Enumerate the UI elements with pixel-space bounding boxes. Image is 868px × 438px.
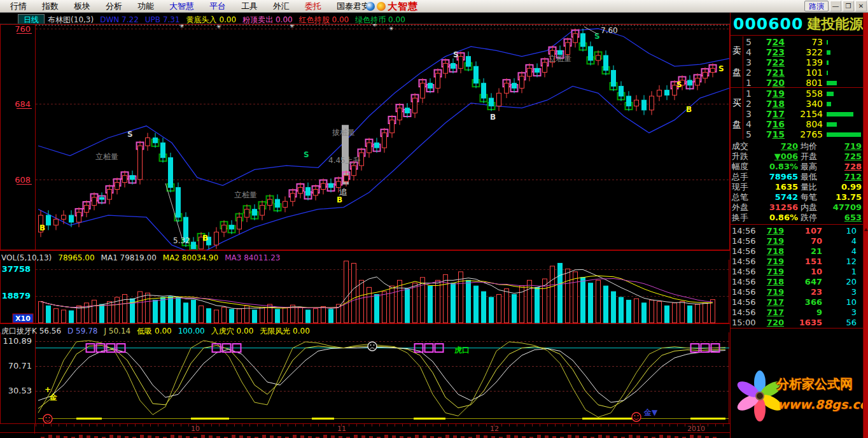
book-price[interactable]: 716 [754,119,785,129]
book-volume-bar [827,60,829,65]
book-side-label: 买 [732,97,741,109]
book-price[interactable]: 717 [754,109,785,119]
period-selector[interactable]: 日线 [18,14,45,24]
minimize-button[interactable]: — [830,1,841,11]
book-price[interactable]: 723 [754,47,785,57]
menu-item-7[interactable]: 工具 [234,1,265,12]
menu-item-1[interactable]: 指数 [34,1,66,12]
menu-item-4[interactable]: 功能 [130,1,162,12]
info-value: 1635 [750,182,798,192]
ask-row[interactable]: 4723322 [744,47,864,57]
menu-item-3[interactable]: 分析 [98,1,130,12]
axis-tick-marks [36,424,730,427]
tick-volume: 23 [787,287,822,297]
menu-item-2[interactable]: 板块 [66,1,98,12]
book-price[interactable]: 720 [754,78,785,88]
tick-volume: 107 [787,226,822,236]
info-label: 总笔 [732,192,748,202]
menu-item-8[interactable]: 外汇 [265,1,297,12]
scrollbar-right[interactable] [863,13,868,438]
vol-axis-labels: 3775818879X10 [2,264,33,323]
info-row: 总笔5742每笔13.75 [731,192,864,202]
info-value: 720 [750,141,798,152]
volume-chart[interactable]: 3775818879X10 [0,260,730,323]
buy-sell-markers: SBBSBSBSSBS [39,32,724,243]
tick-row[interactable]: 14:56718214 [731,246,864,257]
book-level: 5 [746,37,753,47]
book-price[interactable]: 721 [754,67,785,78]
bid-row[interactable]: 1719558 [744,88,864,99]
tick-row[interactable]: 14:56719704 [731,236,864,246]
svg-text:S: S [676,80,682,89]
book-price[interactable]: 718 [754,99,785,109]
ask-row[interactable]: 2721101 [744,67,864,78]
close-button[interactable]: ✕ [855,1,867,11]
info-label: 成交 [732,141,748,152]
book-price[interactable]: 722 [754,57,785,67]
tick-row[interactable]: 14:5671864720 [731,277,864,287]
tick-row[interactable]: 14:56719101 [731,267,864,277]
book-volume-bar [827,40,828,45]
menu-item-9[interactable]: 委托 [297,1,329,12]
tick-time: 14:56 [732,236,755,246]
svg-text:X10: X10 [15,314,31,323]
tick-volume: 9 [787,307,822,318]
indicator-label-1: DWN 7.22 [100,15,139,24]
info-row: 换手0.86%跌停653 [731,213,864,223]
tick-time: 14:56 [732,226,755,236]
book-price[interactable]: 715 [754,129,785,139]
tick-row[interactable]: 14:5671915112 [731,257,864,267]
bid-row[interactable]: 37172154 [744,109,864,119]
tick-row[interactable]: 14:5671793 [731,307,864,318]
vol-bars [39,261,715,323]
tick-row[interactable]: 14:5671910710 [731,226,864,236]
bid-row[interactable]: 57152765 [744,129,864,139]
info-label: 最低 [801,172,817,182]
tick-row[interactable]: 15:00720163556 [731,318,864,328]
main-indicator-labels: 布林图(10,3)DWN 7.22UPB 7.31黄底头入 0.00粉顶卖出 0… [48,13,412,24]
menu-item-0[interactable]: 行情 [3,1,34,12]
main-grid: 760684608 [15,24,729,185]
tick-row[interactable]: 14:5671736610 [731,297,864,307]
svg-text:✳: ✳ [179,24,185,29]
menu-item-6[interactable]: 平台 [202,1,234,12]
book-price[interactable]: 719 [754,88,785,99]
main-chart[interactable]: 760684608 SBBSBSBSSBS 7.605.324.45上升拔桩量立… [0,24,730,250]
svg-text:18879: 18879 [2,291,31,300]
book-volume-bar [827,50,830,55]
indicator-label-6: 绿色持币 0.00 [355,15,405,24]
ask-row[interactable]: 3722139 [744,57,864,67]
restore-button[interactable]: ❐ [843,1,854,11]
info-row: 成交720均价719 [731,141,864,152]
kdj-axis-labels: 110.8970.7130.53 [3,336,32,395]
ask-row[interactable]: 1720801 [744,78,864,88]
bid-row[interactable]: 4716804 [744,119,864,129]
book-volume: 801 [786,78,823,88]
svg-text:B: B [202,234,208,243]
book-price[interactable]: 724 [754,37,785,47]
book-volume-bar [827,102,831,106]
svg-text:拔桩量: 拔桩量 [332,128,355,137]
tick-volume: 1635 [787,318,822,328]
kdj-lines [38,341,725,417]
svg-text:B: B [39,223,45,232]
book-volume: 558 [786,88,823,99]
indicator-label-5: 红色持股 0.00 [299,15,349,24]
kdj-chart[interactable]: +金虎口金▼ 110.8970.7130.53 [0,332,730,423]
info-value: 13.75 [818,192,862,202]
tick-count: 3 [826,307,857,318]
info-value: 0.86% [750,213,798,223]
menu-item-5[interactable]: 大智慧 [162,1,202,12]
bid-row[interactable]: 2718340 [744,99,864,109]
book-level: 2 [746,99,753,109]
book-volume: 340 [786,99,823,109]
ask-row[interactable]: 572473 [744,37,864,47]
book-level: 1 [746,78,753,88]
roadshow-button[interactable]: 路演 [804,1,829,11]
tick-count: 1 [826,267,857,277]
indicator-header: 日线 布林图(10,3)DWN 7.22UPB 7.31黄底头入 0.00粉顶卖… [0,13,730,24]
tick-volume: 366 [787,297,822,307]
quote-info: 成交720均价719升跌▼006开盘725幅度0.83%最高728总手78965… [731,140,864,225]
indicator-label-3: 黄底头入 0.00 [186,15,237,24]
tick-row[interactable]: 14:56719233 [731,287,864,297]
